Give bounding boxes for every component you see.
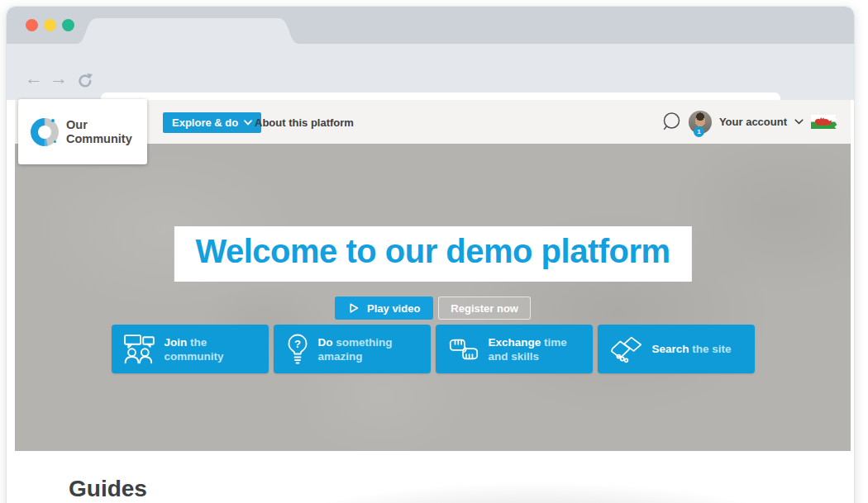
card-label: Join the community: [165, 335, 260, 363]
card-label: Search the site: [652, 342, 732, 356]
card-label: Do something amazing: [318, 335, 422, 363]
forward-icon[interactable]: →: [50, 69, 68, 88]
people-chat-icon: [123, 334, 156, 365]
card-do-something[interactable]: ? Do something amazing: [274, 325, 431, 373]
play-video-button[interactable]: Play video: [335, 297, 433, 320]
site-logo[interactable]: Our Community: [18, 99, 147, 164]
hero-title-box: Welcome to our demo platform: [174, 226, 691, 282]
content-section: Guides: [15, 451, 851, 503]
hero-cards: Join the community ? Do somethi: [15, 325, 851, 373]
card-keyword: Do: [318, 336, 333, 349]
browser-window: ← → ★ Our Community: [7, 7, 854, 503]
reload-icon[interactable]: [76, 72, 94, 90]
card-label: Exchange time and skills: [489, 335, 584, 363]
browser-tab[interactable]: [76, 18, 299, 44]
lightbulb-question-icon: ?: [285, 333, 310, 366]
chevron-down-icon[interactable]: [794, 119, 804, 125]
welsh-flag-icon[interactable]: [811, 115, 837, 129]
exchange-hands-icon: [447, 334, 480, 365]
fullscreen-window-button[interactable]: [62, 19, 74, 31]
hero-banner: Welcome to our demo platform Play video …: [15, 144, 851, 451]
card-join-community[interactable]: Join the community: [112, 325, 269, 373]
browser-titlebar: [7, 7, 854, 44]
logo-text: Our Community: [66, 118, 132, 145]
guides-heading: Guides: [69, 476, 147, 502]
svg-text:?: ?: [294, 337, 301, 349]
card-exchange[interactable]: Exchange time and skills: [436, 325, 593, 373]
card-keyword: Exchange: [489, 336, 541, 349]
register-now-button[interactable]: Register now: [438, 297, 531, 320]
avatar[interactable]: 1: [689, 111, 712, 134]
back-icon[interactable]: ←: [25, 69, 43, 88]
content-drop-shadow: [222, 474, 851, 503]
logo-line1: Our: [66, 118, 132, 131]
explore-do-button[interactable]: Explore & do: [163, 112, 261, 133]
search-icon[interactable]: [661, 112, 681, 132]
hero-buttons: Play video Register now: [15, 297, 851, 320]
site-header: Our Community Explore & do About this pl…: [15, 100, 851, 144]
logo-line2: Community: [66, 132, 132, 145]
handshake-icon: [609, 335, 644, 363]
notification-badge: 1: [694, 126, 704, 137]
minimize-window-button[interactable]: [44, 19, 56, 31]
card-keyword: Search: [652, 343, 689, 355]
site-viewport: Our Community Explore & do About this pl…: [15, 100, 851, 503]
header-right-cluster: 1 Your account: [661, 100, 837, 144]
close-window-button[interactable]: [26, 19, 38, 31]
logo-ring-icon: [31, 118, 59, 146]
play-video-label: Play video: [367, 302, 420, 315]
card-keyword: Join: [165, 336, 188, 349]
browser-toolbar: ← → ★: [7, 44, 854, 100]
card-search-site[interactable]: Search the site: [598, 325, 755, 373]
card-rest: the site: [692, 343, 731, 355]
explore-do-label: Explore & do: [172, 116, 238, 129]
hero-title: Welcome to our demo platform: [195, 233, 670, 270]
chevron-down-icon: [244, 120, 252, 126]
your-account-button[interactable]: Your account: [719, 116, 787, 128]
nav-about-platform-link[interactable]: About this platform: [255, 116, 354, 129]
play-icon: [348, 302, 360, 314]
